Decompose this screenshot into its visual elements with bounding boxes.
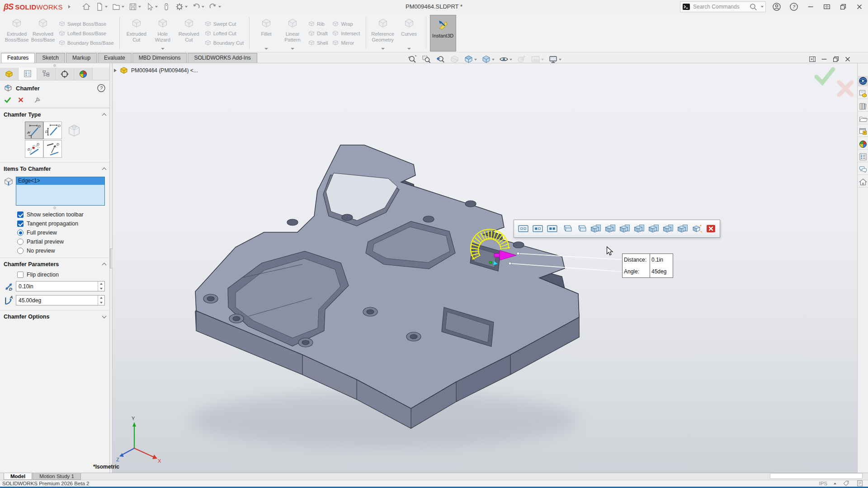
search-icon[interactable] — [749, 3, 757, 11]
dropdown-arrow-icon[interactable] — [509, 59, 512, 61]
select-tool-button[interactable] — [144, 1, 159, 12]
ribbon-button-curves[interactable]: Curves — [396, 15, 422, 52]
ribbon-button-swept-boss-base[interactable]: Swept Boss/Base — [57, 19, 116, 28]
angle-spinner[interactable] — [98, 296, 104, 305]
part-canvas[interactable]: Y X Z — [113, 63, 857, 473]
window-select-button[interactable] — [518, 224, 529, 233]
vertex-type-button[interactable] — [65, 122, 83, 139]
view-settings-button[interactable] — [547, 54, 562, 65]
dropdown-arrow-icon[interactable] — [407, 48, 411, 50]
ribbon-button-lofted-boss-base[interactable]: Lofted Boss/Base — [57, 29, 116, 38]
tab-solidworks-add-ins[interactable]: SOLIDWORKS Add-Ins — [188, 53, 257, 63]
tangent-faces-select-button[interactable] — [604, 224, 616, 233]
ribbon-button-linear-pattern[interactable]: Linear Pattern — [279, 15, 306, 52]
window-select-partial-button[interactable] — [532, 224, 543, 233]
full-preview-option[interactable]: Full preview — [0, 228, 109, 237]
display-style-button[interactable] — [481, 54, 495, 65]
angle-input[interactable]: 45.00deg — [16, 295, 105, 305]
expand-icon[interactable] — [102, 314, 107, 319]
pin-button[interactable] — [33, 96, 42, 104]
ribbon-button-swept-cut[interactable]: Swept Cut — [203, 19, 245, 28]
doc-minimize-button[interactable] — [820, 55, 828, 63]
confirm-cancel-icon[interactable] — [835, 79, 855, 99]
collapse-icon[interactable] — [102, 113, 107, 118]
tangent-propagation-option[interactable]: Tangent propagation — [0, 219, 109, 228]
section-chamfer-options[interactable]: Chamfer Options — [0, 310, 109, 323]
animation-slider-field[interactable] — [770, 473, 863, 479]
collapse-icon[interactable] — [102, 168, 107, 172]
dropdown-arrow-icon[interactable] — [264, 48, 268, 50]
body-select-button[interactable] — [677, 224, 688, 233]
callout-distance-value[interactable]: 0.1in — [650, 254, 673, 266]
dropdown-arrow-icon[interactable] — [492, 59, 495, 61]
feature-faces-select-button[interactable] — [662, 224, 674, 233]
view-orientation-button[interactable] — [463, 54, 478, 65]
panel-resize-grip[interactable] — [0, 63, 109, 68]
home-button[interactable] — [80, 1, 92, 12]
items-to-chamfer-listbox[interactable]: Edge<1> — [16, 177, 105, 206]
chamfer-callout[interactable]: Distance: 0.1in Angle: 45deg — [622, 253, 673, 278]
open-button[interactable] — [110, 1, 126, 12]
partial-preview-radio[interactable] — [17, 239, 24, 245]
close-toolb-button[interactable] — [706, 224, 716, 233]
listbox-resize-grip[interactable] — [0, 206, 109, 210]
graphics-area[interactable]: Y X Z — [113, 63, 857, 473]
redo-button[interactable] — [207, 1, 222, 12]
pm-tab-appearances[interactable] — [74, 68, 93, 80]
offset-face-type-button[interactable]: DD — [25, 140, 43, 158]
feature-tree-root[interactable]: PM009464 (PM009464) <... — [114, 66, 198, 75]
units-dropdown-icon[interactable] — [834, 483, 836, 484]
section-chamfer-type[interactable]: Chamfer Type — [0, 108, 109, 121]
ribbon-button-instant3d[interactable]: Instant3D — [430, 15, 456, 52]
tab-model[interactable]: Model — [4, 473, 32, 480]
ribbon-button-intersect[interactable]: Intersect — [330, 29, 362, 38]
selected-edge-item[interactable]: Edge<1> — [16, 177, 104, 185]
angle-distance-type-button[interactable]: DA — [25, 122, 43, 139]
tab-mbd-dimensions[interactable]: MBD Dimensions — [132, 53, 187, 63]
search-commands-box[interactable]: Search Commands — [680, 1, 766, 12]
pm-tab-dimxpert[interactable] — [56, 68, 74, 80]
show-selection-toolbar-checkbox[interactable] — [17, 211, 24, 218]
ribbon-button-boundary-cut[interactable]: Boundary Cut — [203, 38, 245, 47]
doc-pane-button[interactable] — [808, 55, 816, 63]
properties-list-button[interactable] — [858, 152, 868, 162]
save-button[interactable] — [127, 1, 142, 12]
previous-view-button[interactable] — [435, 54, 446, 65]
dropdown-arrow-icon[interactable] — [474, 59, 477, 61]
ribbon-button-shell[interactable]: Shell — [307, 38, 330, 47]
menu-flyout-icon[interactable] — [68, 5, 71, 9]
edit-appearance-button[interactable] — [516, 54, 527, 65]
pm-tab-configuration[interactable] — [37, 68, 56, 80]
zoom-to-area-button[interactable] — [421, 54, 432, 65]
tab-markup[interactable]: Markup — [66, 53, 97, 63]
span-displays-button[interactable] — [821, 3, 833, 11]
show-selection-toolbar-option[interactable]: Show selection toolbar — [0, 210, 109, 219]
ribbon-button-mirror[interactable]: Mirror — [330, 38, 362, 47]
comments-button[interactable] — [858, 164, 868, 175]
minimize-button[interactable] — [805, 3, 816, 11]
tree-expand-icon[interactable] — [114, 69, 117, 72]
left-faces-select-button[interactable] — [619, 224, 630, 233]
ribbon-button-boundary-boss-base[interactable]: Boundary Boss/Base — [57, 38, 116, 47]
tab-evaluate[interactable]: Evaluate — [98, 53, 132, 63]
tree-root-label[interactable]: PM009464 (PM009464) <... — [131, 67, 198, 74]
distance-spinner[interactable] — [98, 282, 104, 291]
face-face-type-button[interactable]: D — [43, 140, 62, 158]
flip-direction-option[interactable]: Flip direction — [0, 270, 109, 279]
hide-show-items-button[interactable] — [498, 54, 513, 65]
new-document-button[interactable] — [94, 1, 109, 12]
flip-direction-checkbox[interactable] — [17, 272, 24, 278]
dropdown-arrow-icon[interactable] — [161, 48, 165, 50]
units-indicator[interactable]: IPS — [819, 481, 827, 486]
right-faces-select-button[interactable] — [633, 224, 645, 233]
ribbon-button-draft[interactable]: Draft — [307, 29, 330, 38]
help-button[interactable]: ? — [788, 2, 800, 11]
design-library-button[interactable] — [858, 89, 868, 99]
section-view-button[interactable] — [449, 54, 460, 65]
custom-properties-tab-button[interactable] — [858, 127, 868, 137]
doc-close-button[interactable] — [844, 55, 852, 63]
dropdown-arrow-icon[interactable] — [291, 48, 294, 50]
selection-filter-button[interactable] — [160, 1, 172, 12]
tab-sketch[interactable]: Sketch — [36, 53, 65, 63]
no-preview-option[interactable]: No preview — [0, 246, 109, 258]
